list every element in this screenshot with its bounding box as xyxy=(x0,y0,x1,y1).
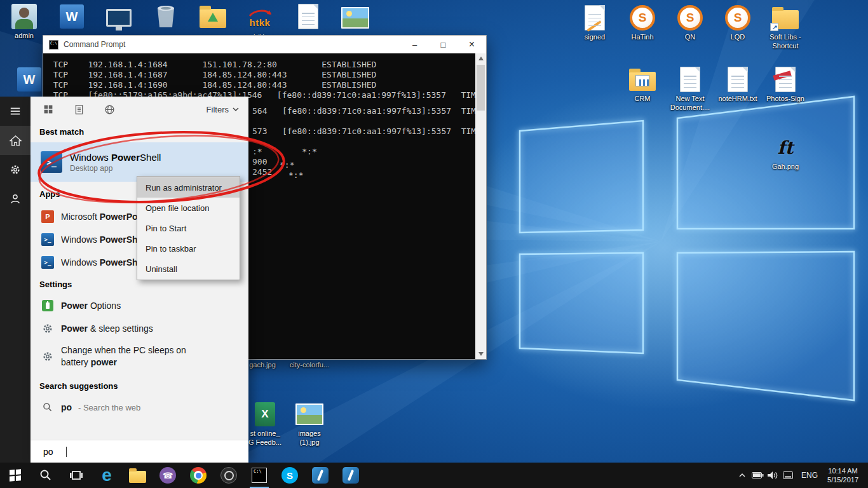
desktop-icon-new-text-document[interactable]: New Text Document.... xyxy=(666,65,714,112)
folder-shortcut-icon: ↗ xyxy=(772,10,799,29)
desktop-icon-drive-folder[interactable] xyxy=(189,3,237,32)
display-tray-button[interactable] xyxy=(780,471,796,479)
desktop-icon-hatinh[interactable]: S HaTinh xyxy=(618,4,667,42)
desktop-icon-picture[interactable] xyxy=(331,4,379,33)
search-icon xyxy=(43,402,53,412)
search-input[interactable]: po xyxy=(31,440,248,463)
best-match-subtitle: Desktop app xyxy=(70,164,161,173)
netstat-line: :* *:* xyxy=(252,147,317,156)
desktop-icon-lqd[interactable]: S LQD xyxy=(714,4,762,42)
documents-filter-icon[interactable] xyxy=(71,102,86,117)
netstat-line: TCP 192.168.1.4:1684 151.101.78.2:80 EST… xyxy=(43,60,376,69)
maximize-button[interactable]: □ xyxy=(429,36,458,53)
task-view-button[interactable] xyxy=(61,463,92,488)
menu-item-run-as-administrator[interactable]: Run as administrator xyxy=(137,177,240,198)
volume-button[interactable] xyxy=(765,471,780,480)
desktop-icon-crm[interactable]: CRM xyxy=(618,65,667,104)
web-filter-icon[interactable] xyxy=(102,102,117,117)
taskbar-blue-app-button-1[interactable] xyxy=(305,463,336,488)
scrollbar-thumb[interactable] xyxy=(477,65,485,111)
cmd-title-bar[interactable]: C:\ Command Prompt – □ × xyxy=(43,36,486,53)
netstat-line: 900 xyxy=(252,157,267,166)
blue-app-icon xyxy=(312,467,329,484)
desktop-icon-soft-libs[interactable]: ↗ Soft Libs - Shortcut xyxy=(761,4,810,51)
battery-icon xyxy=(752,472,764,478)
taskbar-clock[interactable]: 10:14 AM 5/15/2017 xyxy=(824,466,865,484)
desktop-icon-gah-png[interactable]: ft Gah.png xyxy=(761,133,810,172)
s-logo-icon: S xyxy=(630,5,655,30)
web-suggestion-item[interactable]: po - Search the web xyxy=(31,396,248,419)
menu-hamburger-button[interactable] xyxy=(0,97,31,126)
htkk-icon: htkk xyxy=(247,8,273,28)
taskbar-command-prompt-button[interactable]: C:\ xyxy=(244,463,275,488)
netstat-line: 2452 xyxy=(252,167,272,177)
taskbar-viber-button[interactable]: ☎ xyxy=(153,463,183,488)
windows-logo-icon xyxy=(10,469,21,481)
home-button[interactable] xyxy=(0,126,31,155)
word-doc-icon: W xyxy=(60,4,84,29)
settings-button[interactable] xyxy=(0,155,31,184)
setting-result-power-options[interactable]: Power Options xyxy=(31,294,248,317)
start-menu-rail xyxy=(0,97,31,463)
powerpoint-icon: P xyxy=(41,210,54,223)
gah-image-icon: ft xyxy=(778,137,794,158)
menu-item-pin-to-taskbar[interactable]: Pin to taskbar xyxy=(137,238,240,259)
menu-item-pin-to-start[interactable]: Pin to Start xyxy=(137,218,240,238)
desktop-icon-admin[interactable]: admin xyxy=(0,3,48,41)
menu-item-open-file-location[interactable]: Open file location xyxy=(137,198,240,218)
photos-sign-icon xyxy=(775,67,796,92)
scrollbar[interactable] xyxy=(475,53,486,359)
recycle-bin-icon xyxy=(154,2,177,29)
cmd-window-icon: C:\ xyxy=(49,40,58,50)
excel-file-icon: X xyxy=(255,402,275,426)
taskbar-edge-button[interactable]: e xyxy=(92,463,122,488)
desktop-icon-notehrm[interactable]: noteHRM.txt xyxy=(714,65,762,104)
chevron-down-icon xyxy=(232,107,240,112)
text-caret xyxy=(66,447,67,457)
taskbar-chrome-button[interactable] xyxy=(183,463,214,488)
desktop-icon-images-jpg[interactable]: images (1).jpg xyxy=(285,400,334,447)
scroll-up-arrow[interactable] xyxy=(478,57,484,60)
taskbar-search-button[interactable] xyxy=(31,463,61,488)
desktop-icon-recycle-bin[interactable] xyxy=(142,1,190,30)
desktop-icon-photos-sign[interactable]: Photos-Sign xyxy=(761,65,810,104)
close-button[interactable]: × xyxy=(458,36,486,53)
menu-item-uninstall[interactable]: Uninstall xyxy=(137,259,240,279)
powershell-icon: >_ xyxy=(41,151,62,173)
netstat-line: 564 [fe80::d839:71c0:aa1:997f%13]:5357 T… xyxy=(252,106,475,116)
taskbar-blue-app-button-2[interactable] xyxy=(336,463,366,488)
taskbar-skype-button[interactable]: S xyxy=(275,463,305,488)
system-tray: ENG 10:14 AM 5/15/2017 xyxy=(735,463,868,488)
settings-header: Settings xyxy=(39,280,72,289)
tray-chevron-up-button[interactable] xyxy=(735,473,750,478)
scroll-down-arrow[interactable] xyxy=(478,352,484,356)
apps-filter-icon[interactable] xyxy=(41,102,56,117)
taskbar-file-explorer-button[interactable] xyxy=(122,463,153,488)
setting-result-power-sleep[interactable]: Power & sleep settings xyxy=(31,317,248,340)
desktop-icon-document[interactable] xyxy=(284,3,332,32)
start-button[interactable] xyxy=(0,463,31,488)
desktop-icon-computer[interactable] xyxy=(95,4,143,33)
taskbar-dark-app-button[interactable] xyxy=(214,463,244,488)
desktop-screen: admin W htkk htkk W signed S HaTinh S QN… xyxy=(0,0,868,488)
volume-icon xyxy=(768,471,778,480)
crm-folder-icon xyxy=(629,72,656,91)
drive-folder-icon xyxy=(200,9,226,28)
picture-icon xyxy=(341,7,369,29)
desktop-icon-word-doc[interactable]: W xyxy=(48,3,96,32)
search-suggestions-header: Search suggestions xyxy=(39,381,118,391)
netstat-line: 573 [fe80::d839:71c0:aa1:997f%13]:5357 T… xyxy=(252,126,475,136)
language-indicator[interactable]: ENG xyxy=(796,471,824,480)
filters-button[interactable]: Filters xyxy=(207,105,240,114)
battery-status-button[interactable] xyxy=(750,472,765,478)
netstat-line: *:* xyxy=(288,170,303,180)
minimize-button[interactable]: – xyxy=(400,36,429,53)
feedback-button[interactable] xyxy=(0,184,31,214)
netstat-line: *:* xyxy=(280,160,294,170)
desktop-icon-qn[interactable]: S QN xyxy=(666,4,714,42)
viber-icon: ☎ xyxy=(159,467,176,484)
search-filter-bar: Filters xyxy=(31,97,248,122)
setting-result-pc-sleep-battery[interactable]: Change when the PC sleeps on battery pow… xyxy=(31,340,248,373)
signed-doc-icon xyxy=(585,5,605,30)
desktop-icon-signed[interactable]: signed xyxy=(571,4,619,42)
